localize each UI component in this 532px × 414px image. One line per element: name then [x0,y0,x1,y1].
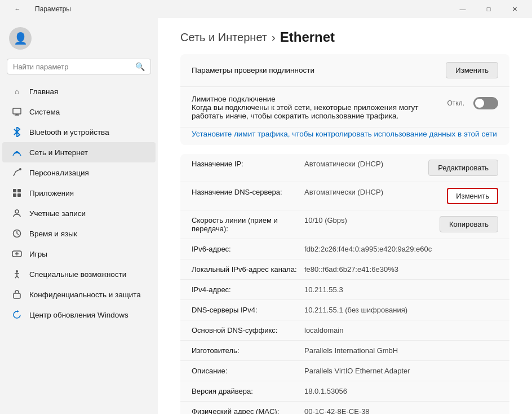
info-row: Назначение IP:Автоматически (DHCP)Редакт… [180,154,509,182]
sidebar-item-privacy[interactable]: Конфиденциальность и защита [2,284,156,305]
header-current: Ethernet [280,29,335,45]
personal-icon [11,167,23,178]
sidebar-item-bluetooth[interactable]: Bluetooth и устройства [2,122,156,142]
search-input[interactable] [13,63,131,71]
back-button[interactable]: ← [5,0,30,18]
action-button[interactable]: Копировать [440,216,498,232]
main-layout: 👤 🔍 ⌂ Главная Система Bluetooth и устрой… [0,18,532,414]
info-label: IPv4-адрес: [192,285,304,294]
ip-info-section: Назначение IP:Автоматически (DHCP)Редакт… [180,154,509,414]
info-label: IPv6-адрес: [192,245,304,253]
accessibility-icon [11,268,23,280]
svg-rect-21 [14,293,20,298]
avatar: 👤 [9,27,32,50]
titlebar-controls: — □ ✕ [450,0,527,18]
info-value: Автоматически (DHCP) [304,188,447,196]
info-row: IPv4-адрес:10.211.55.3 [180,280,509,300]
sidebar-item-update[interactable]: Центр обновления Windows [2,305,156,325]
svg-point-16 [16,270,18,272]
info-value: fdb2:2c26:f4e4:0:a995:e420:9a29:e60c [304,245,498,253]
info-label: DNS-серверы IPv4: [192,306,304,314]
info-value: Автоматически (DHCP) [304,160,428,168]
svg-line-12 [17,234,19,235]
info-label: Изготовитель: [192,346,304,355]
info-row: Локальный IPv6-адрес канала:fe80::f6ad:6… [180,259,509,280]
info-label: Назначение IP: [192,160,304,168]
titlebar: ← Параметры — □ ✕ [0,0,532,18]
sidebar-item-label: Приложения [29,189,74,197]
titlebar-left: ← Параметры [5,0,71,18]
info-row: Назначение DNS-сервера:Автоматически (DH… [180,182,509,210]
info-value: 10/10 (Gbps) [304,216,440,224]
info-row: Версия драйвера:18.0.1.53056 [180,381,509,402]
info-value: 00-1C-42-8E-CE-38 [304,407,498,414]
profile-section: 👤 [0,23,158,59]
search-box[interactable]: 🔍 [7,59,151,74]
auth-change-button[interactable]: Изменить [446,62,498,78]
home-icon: ⌂ [11,86,23,97]
toggle-off-label: Откл. [447,99,464,107]
sidebar-item-gaming[interactable]: Игры [2,244,156,264]
system-icon [11,106,23,117]
toggle-track[interactable] [473,97,498,109]
svg-point-4 [19,168,21,170]
info-label: Скорость линии (прием и передача): [192,216,304,233]
info-row: Физический адрес (MAC):00-1C-42-8E-CE-38 [180,402,509,414]
svg-point-9 [15,210,19,213]
metered-row: Лимитное подключение Когда вы подключены… [180,87,509,127]
sidebar-item-label: Конфиденциальность и защита [29,290,141,299]
sidebar-item-accounts[interactable]: Учетные записи [2,203,156,223]
info-value: 10.211.55.1 (без шифрования) [304,306,498,314]
sidebar-item-label: Центр обновления Windows [29,311,128,319]
svg-rect-7 [13,193,16,197]
sidebar-item-personal[interactable]: Персонализация [2,162,156,183]
toggle-container: Откл. [447,97,498,109]
action-button[interactable]: Редактировать [428,160,498,176]
metered-link[interactable]: Установите лимит трафика, чтобы контроли… [180,127,509,145]
sidebar-item-label: Сеть и Интернет [29,148,88,157]
header-separator: › [272,31,276,44]
search-icon: 🔍 [135,62,145,71]
sidebar-item-apps[interactable]: Приложения [2,183,156,203]
svg-rect-5 [13,189,16,192]
sidebar-item-system[interactable]: Система [2,102,156,122]
svg-rect-0 [13,108,21,114]
info-value: 10.211.55.3 [304,285,498,294]
toggle-thumb [475,99,484,108]
sidebar-item-label: Специальные возможности [29,270,126,279]
metered-toggle[interactable] [473,97,498,109]
info-value: Parallels VirtIO Ethernet Adapter [304,367,498,375]
sidebar: 👤 🔍 ⌂ Главная Система Bluetooth и устрой… [0,18,158,414]
auth-metered-card: Параметры проверки подлинности Изменить … [180,54,509,145]
sidebar-item-label: Главная [29,87,58,96]
info-row: Скорость линии (прием и передача):10/10 … [180,210,509,239]
info-value: Parallels International GmbH [304,346,498,355]
apps-icon [11,187,23,199]
info-label: Основной DNS-суффикс: [192,326,304,334]
info-row: Основной DNS-суффикс:localdomain [180,320,509,341]
dns-change-button[interactable]: Изменить [447,188,498,204]
privacy-icon [11,289,23,300]
sidebar-item-time[interactable]: Время и язык [2,223,156,244]
sidebar-item-label: Система [29,108,60,116]
gaming-icon [11,248,23,259]
close-button[interactable]: ✕ [502,0,527,18]
accounts-icon [11,208,23,219]
minimize-button[interactable]: — [450,0,476,18]
sidebar-item-home[interactable]: ⌂ Главная [2,81,156,102]
page-header: Сеть и Интернет › Ethernet [158,18,532,54]
info-row: DNS-серверы IPv4:10.211.55.1 (без шифров… [180,300,509,320]
sidebar-item-label: Игры [29,250,47,258]
info-row: Описание:Parallels VirtIO Ethernet Adapt… [180,361,509,381]
sidebar-item-label: Bluetooth и устройства [29,128,109,136]
info-value: 18.0.1.53056 [304,387,498,395]
info-value: fe80::f6ad:6b27:e41:6e30%3 [304,265,498,274]
maximize-button[interactable]: □ [476,0,502,18]
info-label: Назначение DNS-сервера: [192,188,304,196]
network-icon [11,147,23,158]
sidebar-item-accessibility[interactable]: Специальные возможности [2,264,156,284]
info-label: Описание: [192,367,304,375]
sidebar-item-network[interactable]: Сеть и Интернет [2,142,156,162]
metered-label: Лимитное подключение [192,95,447,103]
info-label: Версия драйвера: [192,387,304,395]
